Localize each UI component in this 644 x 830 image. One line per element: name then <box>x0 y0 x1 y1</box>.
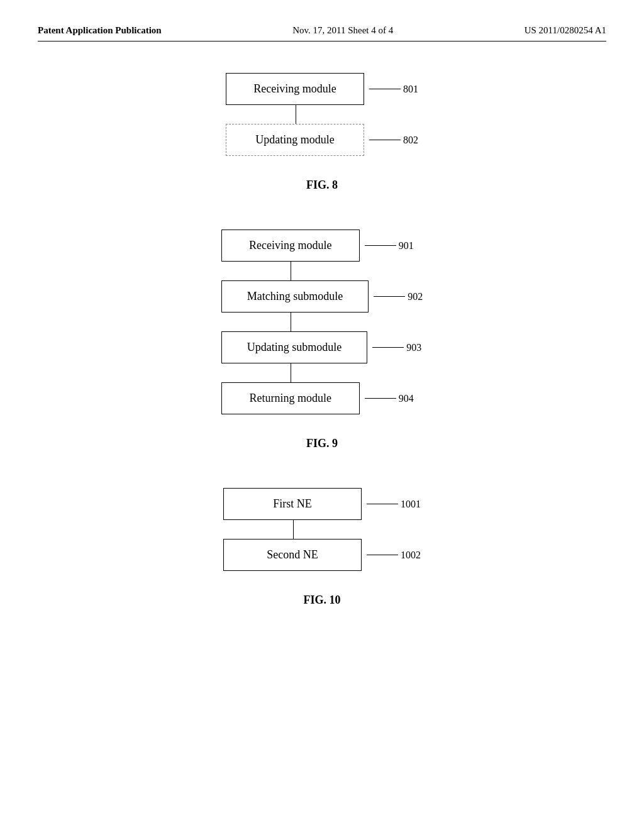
fig9-connector-1 <box>221 262 361 280</box>
fig10-box-first-ne: First NE <box>223 488 362 520</box>
fig9-box-matching: Matching submodule <box>221 280 369 313</box>
fig10-diagram: First NE 1001 Second NE <box>223 488 421 571</box>
fig9-row-4: Returning module 904 <box>221 382 414 414</box>
fig10-ref-2: 1002 <box>367 550 421 561</box>
fig9-box-returning: Returning module <box>221 382 360 414</box>
fig9-box-updating: Updating submodule <box>221 331 368 363</box>
page: Patent Application Publication Nov. 17, … <box>0 0 644 830</box>
fig8-ref-2: 802 <box>369 135 418 146</box>
fig8-connector <box>226 105 365 124</box>
fig9-row-1: Receiving module 901 <box>221 230 414 262</box>
header-publication-label: Patent Application Publication <box>38 25 162 36</box>
header: Patent Application Publication Nov. 17, … <box>38 25 606 42</box>
fig8-ref-1: 801 <box>369 84 418 95</box>
ref-line-h <box>369 140 401 140</box>
fig10-caption: FIG. 10 <box>303 594 340 607</box>
header-patent-number: US 2011/0280254 A1 <box>525 25 606 36</box>
fig8-row-2: Updating module 802 <box>226 124 418 156</box>
fig9-row-3: Updating submodule 903 <box>221 331 422 363</box>
fig10-row-2: Second NE 1002 <box>223 539 421 571</box>
fig9-ref-2: 902 <box>374 291 423 302</box>
fig9-ref-4: 904 <box>365 393 414 404</box>
ref-line-h <box>369 89 401 89</box>
fig9-connector-3 <box>221 363 361 382</box>
figure-10-section: First NE 1001 Second NE <box>223 488 421 607</box>
fig8-box-updating: Updating module <box>226 124 364 156</box>
fig9-row-2: Matching submodule 902 <box>221 280 423 313</box>
fig10-ref-1: 1001 <box>367 499 421 510</box>
figure-9-section: Receiving module 901 Matching submodule <box>221 230 423 450</box>
fig9-diagram: Receiving module 901 Matching submodule <box>221 230 423 414</box>
fig9-ref-3: 903 <box>372 342 421 353</box>
fig8-box-receiving: Receiving module <box>226 73 364 105</box>
fig9-connector-2 <box>221 313 361 331</box>
figure-8-section: Receiving module 801 Updating module <box>226 73 418 192</box>
fig10-connector <box>223 520 363 539</box>
fig9-caption: FIG. 9 <box>306 437 338 450</box>
header-date-sheet: Nov. 17, 2011 Sheet 4 of 4 <box>292 25 393 36</box>
fig10-box-second-ne: Second NE <box>223 539 362 571</box>
fig8-row-1: Receiving module 801 <box>226 73 418 105</box>
fig9-ref-1: 901 <box>365 240 414 252</box>
fig10-row-1: First NE 1001 <box>223 488 421 520</box>
fig8-caption: FIG. 8 <box>306 179 338 192</box>
figures-container: Receiving module 801 Updating module <box>38 73 606 645</box>
fig8-diagram: Receiving module 801 Updating module <box>226 73 418 156</box>
fig9-box-receiving: Receiving module <box>221 230 360 262</box>
